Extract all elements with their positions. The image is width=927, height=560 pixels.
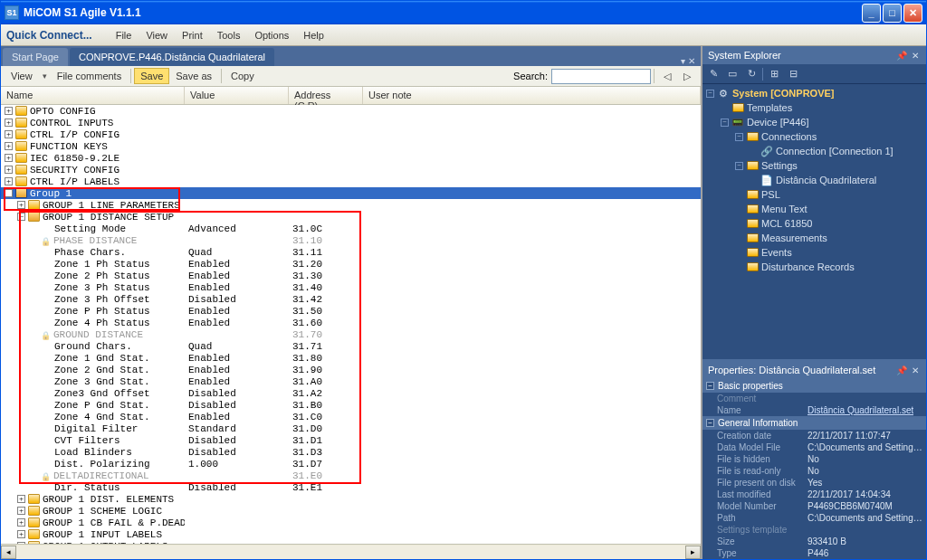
tree-row[interactable]: CVT FiltersDisabled31.D1	[1, 434, 701, 446]
property-row[interactable]: NameDistância Quadrilateral.set	[702, 404, 926, 416]
expander-icon[interactable]: +	[17, 530, 25, 538]
tree-row[interactable]: Setting ModeAdvanced31.0C	[1, 223, 701, 234]
expander-icon[interactable]: +	[5, 177, 13, 185]
tree-row[interactable]: Zone 4 Ph StatusEnabled31.60	[1, 317, 701, 328]
property-row[interactable]: Data Model FileC:\Documents and Settings…	[702, 441, 926, 453]
tree-row[interactable]: +CTRL I/P LABELS	[1, 176, 701, 187]
expander-icon[interactable]: +	[17, 507, 25, 515]
menu-file[interactable]: File	[109, 27, 139, 43]
expander-icon[interactable]: +	[5, 107, 13, 115]
expander-icon[interactable]: +	[17, 518, 25, 527]
minimize-button[interactable]: _	[862, 4, 881, 23]
expander-icon[interactable]: −	[17, 213, 25, 221]
property-row[interactable]: PathC:\Documents and Settings\Supor	[702, 512, 926, 524]
system-tree-item[interactable]: Measurements	[702, 231, 926, 245]
tree-row[interactable]: +GROUP 1 SCHEME LOGIC	[1, 505, 701, 517]
tree-row[interactable]: Zone P Gnd Stat.Disabled31.B0	[1, 399, 701, 411]
system-tree-item[interactable]: −⚙System [CONPROVE]	[702, 86, 926, 100]
scroll-right-button[interactable]: ▸	[685, 546, 701, 559]
tab-start-page[interactable]: Start Page	[3, 48, 68, 66]
tree-row[interactable]: PHASE DISTANCE31.10	[1, 234, 701, 246]
system-tree-item[interactable]: PSL	[702, 187, 926, 202]
tree-row[interactable]: DELTADIRECTIONAL31.E0	[1, 470, 701, 481]
col-value[interactable]: Value	[185, 87, 289, 104]
settings-tree[interactable]: +OPTO CONFIG+CONTROL INPUTS+CTRL I/P CON…	[1, 105, 701, 544]
property-row[interactable]: Creation date22/11/2017 11:07:47	[702, 430, 926, 441]
tree-row[interactable]: Digital FilterStandard31.D0	[1, 422, 701, 434]
tree-row[interactable]: −GROUP 1 DISTANCE SETUP	[1, 211, 701, 223]
col-user-note[interactable]: User note	[363, 87, 701, 104]
tree-row[interactable]: −Group 1	[1, 187, 701, 199]
refresh-icon[interactable]: ↻	[743, 66, 760, 82]
tree-row[interactable]: Zone P Ph StatusEnabled31.50	[1, 305, 701, 317]
tree-row[interactable]: Zone 3 Ph OffsetDisabled31.42	[1, 293, 701, 305]
expander-icon[interactable]: +	[17, 201, 25, 209]
system-tree-item[interactable]: Menu Text	[702, 202, 926, 216]
property-row[interactable]: File is hiddenNo	[702, 453, 926, 465]
tree-row[interactable]: Zone3 Gnd OffsetDisabled31.A2	[1, 387, 701, 399]
property-row[interactable]: File is read-onlyNo	[702, 465, 926, 477]
expander-icon[interactable]: +	[5, 130, 13, 138]
edit-icon[interactable]: ✎	[705, 66, 722, 82]
tree-row[interactable]: Load BlindersDisabled31.D3	[1, 446, 701, 458]
tree-row[interactable]: Zone 3 Gnd Stat.Enabled31.A0	[1, 375, 701, 387]
quick-connect-button[interactable]: Quick Connect...	[6, 29, 92, 42]
tree-row[interactable]: +GROUP 1 OUTPUT LABELS	[1, 540, 701, 544]
tree-row[interactable]: +OPTO CONFIG	[1, 105, 701, 117]
tree-row[interactable]: +CONTROL INPUTS	[1, 117, 701, 128]
expander-icon[interactable]: +	[5, 154, 13, 162]
pin-icon[interactable]: 📌	[895, 50, 907, 62]
tree-row[interactable]: Dist. Polarizing1.00031.D7	[1, 458, 701, 470]
tree-row[interactable]: +GROUP 1 INPUT LABELS	[1, 528, 701, 540]
tree-row[interactable]: +GROUP 1 DIST. ELEMENTS	[1, 493, 701, 505]
system-tree-item[interactable]: Disturbance Records	[702, 260, 926, 274]
horizontal-scrollbar[interactable]: ◂ ▸	[1, 544, 701, 559]
pin-icon[interactable]: 📌	[895, 365, 907, 376]
collapse-all-icon[interactable]: ⊟	[785, 66, 801, 82]
expander-icon[interactable]: +	[17, 495, 25, 503]
chevron-down-icon[interactable]: ▾	[39, 71, 51, 81]
property-row[interactable]: Last modified22/11/2017 14:04:34	[702, 489, 926, 500]
system-tree-item[interactable]: Events	[702, 245, 926, 260]
system-tree[interactable]: −⚙System [CONPROVE] Templates −📟Device […	[702, 84, 926, 359]
tree-row[interactable]: +IEC 61850-9.2LE	[1, 152, 701, 164]
tree-row[interactable]: Zone 4 Gnd Stat.Enabled31.C0	[1, 411, 701, 422]
property-row[interactable]: Comment	[702, 393, 926, 404]
system-tree-item[interactable]: −📟Device [P446]	[702, 115, 926, 129]
tree-row[interactable]: +FUNCTION KEYS	[1, 140, 701, 152]
menu-tools[interactable]: Tools	[210, 27, 248, 43]
property-row[interactable]: TypeP446	[702, 547, 926, 559]
col-address[interactable]: Address (C.R)	[289, 87, 363, 104]
menu-options[interactable]: Options	[247, 27, 296, 43]
property-row[interactable]: File present on diskYes	[702, 477, 926, 489]
tree-row[interactable]: Zone 1 Gnd Stat.Enabled31.80	[1, 352, 701, 364]
save-button[interactable]: Save	[134, 68, 169, 84]
expander-icon[interactable]: +	[5, 166, 13, 174]
tree-row[interactable]: Dir. StatusDisabled31.E1	[1, 481, 701, 493]
system-tree-item[interactable]: −Connections	[702, 129, 926, 144]
copy-button[interactable]: Copy	[225, 68, 261, 84]
tree-row[interactable]: GROUND DISTANCE31.70	[1, 328, 701, 340]
tree-row[interactable]: +GROUP 1 LINE PARAMETERS	[1, 199, 701, 211]
properties-section-basic[interactable]: −Basic properties	[702, 379, 926, 393]
panel-close-button[interactable]: ✕	[909, 50, 921, 62]
tree-row[interactable]: Zone 2 Gnd Stat.Enabled31.90	[1, 364, 701, 375]
search-next-button[interactable]: ▷	[677, 68, 697, 85]
scroll-left-button[interactable]: ◂	[1, 546, 16, 559]
expander-icon[interactable]: +	[5, 119, 13, 127]
system-tree-item[interactable]: MCL 61850	[702, 216, 926, 231]
system-tree-item[interactable]: 🔗Connection [Connection 1]	[702, 144, 926, 158]
system-tree-item[interactable]: −Settings	[702, 158, 926, 173]
properties-section-general[interactable]: −General Information	[702, 416, 926, 430]
close-button[interactable]: ✕	[903, 4, 922, 23]
file-comments-button[interactable]: File comments	[51, 68, 129, 84]
expander-icon[interactable]: −	[5, 189, 13, 197]
tree-row[interactable]: +CTRL I/P CONFIG	[1, 128, 701, 140]
menu-help[interactable]: Help	[296, 27, 331, 43]
tree-row[interactable]: +SECURITY CONFIG	[1, 164, 701, 176]
property-row[interactable]: Model NumberP4469CBB6M0740M	[702, 500, 926, 512]
tree-row[interactable]: Phase Chars.Quad31.11	[1, 246, 701, 258]
expander-icon[interactable]: +	[17, 542, 25, 544]
menu-print[interactable]: Print	[175, 27, 210, 43]
save-as-button[interactable]: Save as	[169, 68, 218, 84]
